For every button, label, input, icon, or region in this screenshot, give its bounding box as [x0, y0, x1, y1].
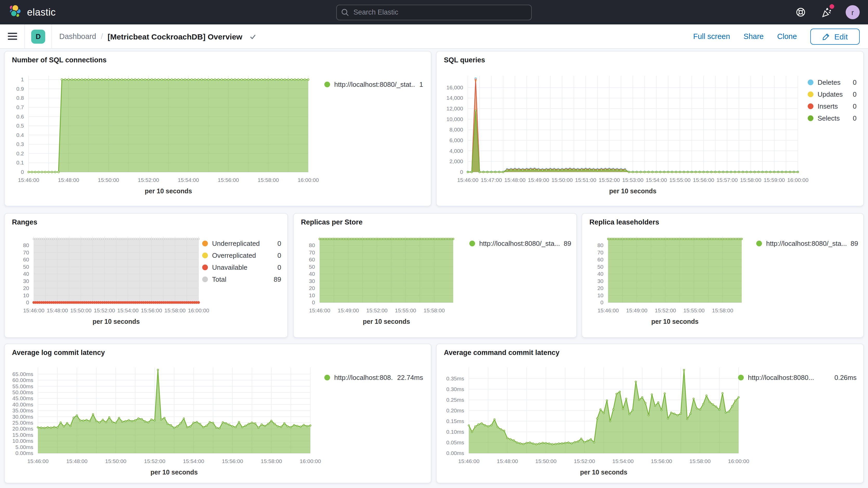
legend-label: Overreplicated — [212, 251, 273, 259]
sql-connections-chart[interactable]: 00.10.20.30.40.50.60.70.80.9115:46:0015:… — [5, 52, 431, 206]
chart-canvas[interactable]: 0102030405060708015:46:0015:49:0015:52:0… — [582, 214, 864, 338]
chart-legend: http://localhost:8080...0.26ms — [738, 372, 857, 384]
panel-title: Ranges — [12, 218, 37, 226]
legend-item[interactable]: http://localhost:8080/_sta...89 — [469, 238, 571, 249]
legend-label: http://localhost:808... — [334, 374, 393, 382]
legend-item[interactable]: Unavailable0 — [202, 262, 281, 273]
edit-button[interactable]: Edit — [810, 28, 860, 44]
help-button[interactable] — [794, 5, 807, 19]
legend-item[interactable]: Deletes0 — [808, 77, 857, 88]
svg-text:15:46:00: 15:46:00 — [597, 307, 619, 313]
svg-text:2,000: 2,000 — [450, 158, 463, 164]
svg-text:15:59:00: 15:59:00 — [764, 177, 785, 183]
toolbar-actions: Full screen Share Clone Edit — [693, 28, 868, 44]
user-avatar[interactable]: r — [846, 5, 860, 19]
svg-text:30.00ms: 30.00ms — [12, 414, 33, 420]
breadcrumb-dashboard[interactable]: Dashboard — [59, 32, 96, 40]
chart-canvas[interactable]: 0.00ms5.00ms10.00ms15.00ms20.00ms25.00ms… — [5, 344, 431, 483]
chart-canvas[interactable]: 00.10.20.30.40.50.60.70.80.9115:46:0015:… — [5, 52, 431, 206]
svg-text:15:56:00: 15:56:00 — [693, 177, 714, 183]
legend-item[interactable]: Inserts0 — [808, 100, 857, 112]
svg-text:0.8: 0.8 — [17, 95, 24, 101]
svg-text:15:58:00: 15:58:00 — [689, 458, 711, 464]
svg-text:20: 20 — [23, 285, 29, 291]
search-input[interactable] — [336, 4, 532, 20]
svg-text:0.3: 0.3 — [17, 141, 24, 147]
svg-text:80: 80 — [309, 242, 315, 248]
dashboard-app-icon[interactable]: D — [31, 29, 45, 43]
chart-legend: http://localhost:8080/_stat...1 — [324, 79, 423, 90]
svg-text:15:55:00: 15:55:00 — [395, 307, 416, 313]
elastic-brand[interactable]: elastic — [0, 4, 125, 20]
command-commit-latency-chart[interactable]: 0.00ms0.05ms0.10ms0.15ms0.20ms0.25ms0.30… — [437, 344, 863, 483]
svg-text:40: 40 — [23, 271, 29, 277]
brand-wordmark: elastic — [27, 6, 56, 18]
svg-text:10,000: 10,000 — [446, 116, 463, 122]
svg-text:16:00:00: 16:00:00 — [728, 458, 749, 464]
legend-item[interactable]: http://localhost:808...22.74ms — [324, 372, 423, 384]
clone-button[interactable]: Clone — [777, 32, 797, 40]
search-icon — [341, 8, 349, 19]
divider — [52, 24, 52, 49]
legend-value: 0 — [853, 90, 857, 98]
full-screen-button[interactable]: Full screen — [693, 32, 730, 40]
replica-leaseholders-chart[interactable]: 0102030405060708015:46:0015:49:0015:52:0… — [582, 214, 863, 337]
svg-text:15:48:00: 15:48:00 — [66, 458, 88, 464]
log-commit-latency-chart[interactable]: 0.00ms5.00ms10.00ms15.00ms20.00ms25.00ms… — [5, 344, 431, 483]
chart-canvas[interactable]: 02,0004,0006,0008,00010,00012,00014,0001… — [437, 52, 864, 206]
svg-text:70: 70 — [309, 249, 315, 255]
kibana-dashboard-app: elastic — [0, 0, 868, 488]
panel-title: Average log commit latency — [12, 349, 105, 357]
chart-canvas[interactable]: 0102030405060708015:46:0015:49:0015:52:0… — [294, 214, 577, 338]
menu-button[interactable] — [0, 24, 25, 49]
svg-text:4,000: 4,000 — [450, 148, 463, 154]
legend-item[interactable]: http://localhost:8080...0.26ms — [738, 372, 857, 384]
svg-text:15:55:00: 15:55:00 — [670, 177, 691, 183]
legend-item[interactable]: Overreplicated0 — [202, 249, 281, 262]
legend-item[interactable]: http://localhost:8080/_stat...1 — [324, 79, 423, 90]
panel-average-command-commit-latency: Average command commit latency 0.00ms0.0… — [436, 343, 864, 483]
svg-text:0.35ms: 0.35ms — [446, 375, 464, 382]
replicas-per-store-chart[interactable]: 0102030405060708015:46:0015:49:0015:52:0… — [294, 214, 577, 337]
legend-color-dot — [202, 265, 208, 270]
breadcrumb: Dashboard / [Metricbeat CockroachDB] Ove… — [59, 32, 693, 41]
svg-text:60: 60 — [23, 256, 29, 263]
svg-text:15:57:00: 15:57:00 — [716, 177, 738, 183]
svg-text:50.00ms: 50.00ms — [12, 389, 33, 395]
share-button[interactable]: Share — [744, 32, 764, 40]
svg-text:0.00ms: 0.00ms — [446, 450, 464, 456]
svg-text:15:58:00: 15:58:00 — [424, 307, 445, 313]
svg-text:20: 20 — [597, 285, 603, 291]
svg-text:per 10 seconds: per 10 seconds — [151, 468, 198, 476]
legend-value: 0 — [853, 102, 857, 110]
svg-text:15:56:00: 15:56:00 — [141, 307, 162, 313]
legend-item[interactable]: Underreplicated0 — [202, 238, 281, 249]
svg-text:15:46:00: 15:46:00 — [23, 307, 44, 313]
svg-text:per 10 seconds: per 10 seconds — [93, 318, 140, 325]
dashboard-toolbar: D Dashboard / [Metricbeat CockroachDB] O… — [0, 24, 868, 49]
sql-queries-chart[interactable]: 02,0004,0006,0008,00010,00012,00014,0001… — [437, 52, 863, 206]
svg-text:15:52:00: 15:52:00 — [138, 177, 159, 183]
legend-item[interactable]: Selects0 — [808, 112, 857, 124]
svg-text:per 10 seconds: per 10 seconds — [609, 187, 656, 195]
newsfeed-button[interactable] — [820, 5, 833, 19]
svg-text:20.00ms: 20.00ms — [12, 426, 33, 432]
svg-text:12,000: 12,000 — [446, 105, 463, 112]
svg-text:15:56:00: 15:56:00 — [218, 177, 239, 183]
svg-text:10: 10 — [597, 292, 603, 298]
panel-title: Average command commit latency — [444, 349, 560, 357]
panel-sql-queries: SQL queries 02,0004,0006,0008,00010,0001… — [436, 51, 864, 206]
legend-color-dot — [738, 375, 744, 380]
svg-text:70: 70 — [597, 249, 603, 255]
hamburger-icon — [7, 33, 17, 40]
chart-canvas[interactable]: 0.00ms0.05ms0.10ms0.15ms0.20ms0.25ms0.30… — [437, 344, 864, 483]
legend-item[interactable]: Updates0 — [808, 88, 857, 100]
svg-text:16:00:00: 16:00:00 — [298, 177, 319, 183]
svg-text:0.15ms: 0.15ms — [446, 418, 464, 424]
legend-value: 89 — [564, 240, 571, 247]
svg-text:15:46:00: 15:46:00 — [309, 307, 330, 313]
svg-text:16:00:00: 16:00:00 — [188, 307, 209, 313]
legend-item[interactable]: Total89 — [202, 273, 281, 285]
panel-average-log-commit-latency: Average log commit latency 0.00ms5.00ms1… — [4, 343, 431, 483]
legend-item[interactable]: http://localhost:8080/_sta...89 — [756, 238, 858, 249]
